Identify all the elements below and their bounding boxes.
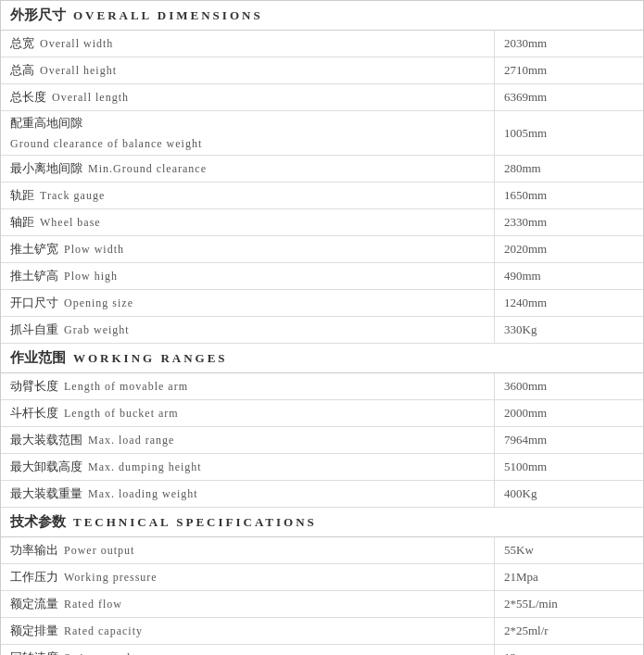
- table-row: 斗杆长度Length of bucket arm2000mm: [1, 400, 643, 427]
- table-row: 推土铲高Plow high490mm: [1, 263, 643, 290]
- row-label: 额定流量Rated flow: [1, 591, 495, 617]
- row-cn-label: 推土铲高: [10, 268, 58, 284]
- table-row: 轴距Wheel base2330mm: [1, 209, 643, 236]
- row-label: 回转速度Swing speed: [1, 645, 495, 655]
- row-value: 2*25ml/r: [495, 618, 643, 644]
- row-en-label: Plow high: [64, 270, 118, 283]
- row-label: 开口尺寸Opening size: [1, 290, 495, 316]
- section-header-cn-overall-dimensions: 外形尺寸: [10, 6, 66, 24]
- row-en-label: Power output: [64, 544, 134, 558]
- row-value: 400Kg: [495, 481, 643, 507]
- row-label: 工作压力Working pressure: [1, 564, 495, 590]
- row-cn-label: 额定排量: [10, 623, 58, 639]
- row-label: 功率输出Power output: [1, 537, 495, 563]
- table-row: 抓斗自重Grab weight330Kg: [1, 317, 643, 344]
- section-header-overall-dimensions: 外形尺寸OVERALL DIMENSIONS: [1, 1, 643, 31]
- row-en-label: Length of movable arm: [64, 380, 188, 394]
- table-row: 推土铲宽Plow width2020mm: [1, 236, 643, 263]
- table-row: 动臂长度Length of movable arm3600mm: [1, 373, 643, 400]
- row-cn-label: 总长度: [10, 89, 46, 106]
- row-value: 2330mm: [495, 209, 643, 235]
- row-cn-label: 轴距: [10, 214, 34, 231]
- table-row: 最大装载范围Max. load range7964mm: [1, 427, 643, 454]
- row-en-label: Overall height: [40, 64, 117, 78]
- row-en-label: Grab weight: [64, 323, 130, 337]
- table-row: 最大装载重量Max. loading weight400Kg: [1, 481, 643, 508]
- table-row: 总长度Overall length6369mm: [1, 84, 643, 111]
- row-en-label: Max. loading weight: [88, 487, 198, 501]
- row-value: 55Kw: [495, 537, 643, 563]
- row-label: 轴距Wheel base: [1, 209, 495, 235]
- row-value: 6369mm: [495, 84, 643, 110]
- row-value: 3600mm: [495, 373, 643, 399]
- row-label: 最大装载重量Max. loading weight: [1, 481, 495, 507]
- row-label: 最大装载范围Max. load range: [1, 427, 495, 453]
- section-header-en-overall-dimensions: OVERALL DIMENSIONS: [73, 8, 263, 23]
- row-value: 280mm: [495, 156, 643, 182]
- row-en-label: Track gauge: [40, 189, 105, 203]
- row-label: 总高Overall height: [1, 57, 495, 83]
- row-cn-label: 开口尺寸: [10, 295, 58, 311]
- row-value: 2000mm: [495, 400, 643, 426]
- table-row: 最小离地间隙Min.Ground clearance280mm: [1, 156, 643, 183]
- row-cn-label: 总宽: [10, 35, 34, 52]
- row-en-label: Swing speed: [64, 651, 131, 656]
- row-label: 配重高地间隙Ground clearance of balance weight: [1, 111, 495, 155]
- row-value: 2020mm: [495, 236, 643, 262]
- table-row: 额定流量Rated flow2*55L/min: [1, 591, 643, 618]
- row-value: 1240mm: [495, 290, 643, 316]
- table-row: 额定排量Rated capacity2*25ml/r: [1, 618, 643, 645]
- row-en-label: Opening size: [64, 296, 133, 310]
- table-row: 工作压力Working pressure21Mpa: [1, 564, 643, 591]
- row-label: 轨距Track gauge: [1, 183, 495, 208]
- row-cn-label: 回转速度: [10, 649, 58, 655]
- row-cn-label: 斗杆长度: [10, 405, 58, 422]
- row-value: 7964mm: [495, 427, 643, 453]
- row-label: 最大卸载高度Max. dumping height: [1, 454, 495, 480]
- row-cn-label: 轨距: [10, 187, 34, 204]
- specs-table: 外形尺寸OVERALL DIMENSIONS总宽Overall width203…: [0, 0, 644, 655]
- row-value: 1005mm: [495, 111, 643, 155]
- table-row: 轨距Track gauge1650mm: [1, 183, 643, 209]
- row-value: 490mm: [495, 263, 643, 289]
- row-cn-label: 额定流量: [10, 596, 58, 612]
- table-row: 总高Overall height2710mm: [1, 57, 643, 84]
- row-en-label: Max. dumping height: [88, 460, 202, 474]
- row-cn-label: 最小离地间隙: [10, 160, 82, 177]
- row-en-label: Working pressure: [64, 571, 158, 585]
- row-label: 动臂长度Length of movable arm: [1, 373, 495, 399]
- row-label: 总宽Overall width: [1, 31, 495, 57]
- row-value: 2*55L/min: [495, 591, 643, 617]
- row-cn-label: 推土铲宽: [10, 241, 58, 258]
- table-row: 最大卸载高度Max. dumping height5100mm: [1, 454, 643, 481]
- row-cn-label: 最大装载范围: [10, 432, 82, 448]
- row-en-label: Overall length: [52, 91, 129, 105]
- row-en-label: Length of bucket arm: [64, 407, 179, 421]
- row-value: 12rpm: [495, 645, 643, 655]
- row-value: 330Kg: [495, 317, 643, 343]
- row-cn-label: 配重高地间隙: [10, 115, 82, 132]
- row-cn-label: 最大卸载高度: [10, 459, 82, 475]
- section-header-cn-technical-specs: 技术参数: [10, 513, 66, 531]
- row-value: 5100mm: [495, 454, 643, 480]
- section-header-working-ranges: 作业范围WORKING RANGES: [1, 344, 643, 373]
- row-cn-label: 抓斗自重: [10, 321, 58, 338]
- row-value: 2710mm: [495, 57, 643, 83]
- section-header-en-technical-specs: TECHNICAL SPECIFICATIONS: [73, 515, 317, 530]
- section-header-en-working-ranges: WORKING RANGES: [73, 351, 228, 366]
- row-label: 推土铲高Plow high: [1, 263, 495, 289]
- row-label: 抓斗自重Grab weight: [1, 317, 495, 343]
- row-cn-label: 最大装载重量: [10, 485, 82, 502]
- row-en-label: Rated flow: [64, 598, 122, 611]
- row-label: 斗杆长度Length of bucket arm: [1, 400, 495, 426]
- row-en-label: Wheel base: [40, 216, 101, 230]
- section-header-cn-working-ranges: 作业范围: [10, 349, 66, 367]
- table-row: 配重高地间隙Ground clearance of balance weight…: [1, 111, 643, 156]
- row-cn-label: 功率输出: [10, 542, 58, 559]
- row-label: 总长度Overall length: [1, 84, 495, 110]
- row-cn-label: 工作压力: [10, 569, 58, 586]
- section-header-technical-specs: 技术参数TECHNICAL SPECIFICATIONS: [1, 508, 643, 537]
- row-en-label: Plow width: [64, 243, 124, 257]
- row-cn-label: 动臂长度: [10, 378, 58, 395]
- table-row: 回转速度Swing speed12rpm: [1, 645, 643, 655]
